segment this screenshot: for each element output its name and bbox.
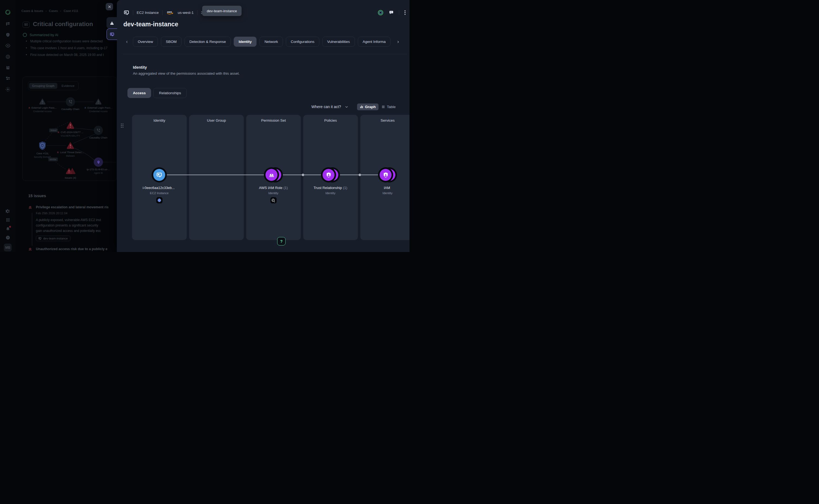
tab-vulnerabilities[interactable]: Vulnerabilities bbox=[322, 37, 355, 47]
tab-overview[interactable]: Overview bbox=[133, 37, 158, 47]
sidebar-item-ai[interactable] bbox=[5, 87, 10, 92]
asset-tag-chip[interactable]: dev-team-instance bbox=[36, 236, 70, 241]
avatar[interactable]: MB bbox=[4, 244, 12, 251]
help-button[interactable]: ? bbox=[277, 237, 285, 245]
issue-item[interactable]: Privilege escalation and lateral movemen… bbox=[28, 205, 118, 241]
sidebar-item-target[interactable] bbox=[5, 54, 10, 59]
svg-text:aws: aws bbox=[167, 10, 172, 13]
access-graph: Identity User Group Permission Set Polic… bbox=[132, 115, 410, 240]
ai-summary-label: Summarized by AI bbox=[30, 33, 58, 37]
severity-icon bbox=[84, 107, 86, 109]
ai-bullet: Multiple critical configuration issues w… bbox=[30, 40, 103, 43]
temporary-credentials-badge: z bbox=[270, 197, 277, 203]
asset-type-label: EC2 Instance bbox=[137, 11, 159, 15]
tab-detection-response[interactable]: Detection & Response bbox=[184, 37, 231, 47]
kebab-menu-icon[interactable] bbox=[404, 10, 406, 15]
mini-node-issues[interactable]: Issues (4) bbox=[53, 167, 88, 179]
ai-bullet: First issue detected on March 08, 2025 1… bbox=[30, 53, 104, 56]
column-user-group: User Group bbox=[189, 115, 244, 240]
drawer-tab-alert[interactable] bbox=[106, 17, 117, 29]
app-window: ? MB Cases & Issues › Cases › Case #111 … bbox=[0, 0, 410, 252]
internet-exposed-badge bbox=[156, 197, 162, 203]
settings-gear-icon[interactable] bbox=[5, 209, 10, 214]
sidebar-item-dashboard[interactable] bbox=[5, 22, 10, 26]
breadcrumb-case-111[interactable]: Case #111 bbox=[64, 9, 78, 12]
region-label: us-west-1 bbox=[178, 11, 194, 15]
asset-tabs: ‹ Overview SBOM Detection & Response Ide… bbox=[117, 36, 410, 47]
tab-configurations[interactable]: Configurations bbox=[286, 37, 319, 47]
mini-node-alert[interactable]: External Login Pass... Credential Access bbox=[81, 97, 116, 113]
svg-text:z: z bbox=[274, 201, 275, 202]
sidebar-item-visibility[interactable] bbox=[5, 43, 10, 48]
help-circle-icon[interactable]: ? bbox=[5, 235, 10, 240]
breadcrumb-cases[interactable]: Cases bbox=[49, 9, 58, 12]
scan-rings-icon[interactable] bbox=[377, 10, 384, 16]
table-list-icon bbox=[381, 105, 385, 109]
chevron-right-icon: › bbox=[60, 10, 61, 12]
graph-node-trust-relationship[interactable]: Trust Relationship(1) Identity bbox=[302, 167, 359, 195]
tabs-divider bbox=[123, 54, 407, 54]
close-drawer-button[interactable] bbox=[106, 3, 113, 10]
tabs-scroll-right-icon[interactable]: › bbox=[395, 39, 401, 45]
monitor-icon bbox=[124, 10, 129, 15]
toggle-access[interactable]: Access bbox=[127, 88, 151, 98]
critical-severity-icon bbox=[28, 205, 32, 241]
issue-item[interactable]: Unauthorized access risk due to a public… bbox=[28, 247, 118, 252]
graph-node-iam-role[interactable]: AWS IAM Role(1) Identity z bbox=[245, 167, 302, 203]
severity-icon bbox=[57, 151, 59, 153]
tab-evidence[interactable]: Evidence bbox=[58, 83, 77, 89]
issue-timestamp: Feb 25th 2026 20:11:04 bbox=[36, 212, 108, 215]
comment-icon[interactable] bbox=[389, 10, 394, 15]
agent-pin-icon bbox=[94, 157, 103, 167]
tab-sbom[interactable]: SBOM bbox=[161, 37, 181, 47]
case-panel: Cases & Issues › Cases › Case #111 90 Cr… bbox=[15, 0, 117, 252]
sidebar-item-inventory[interactable] bbox=[5, 76, 10, 81]
sidebar-item-risks[interactable] bbox=[5, 33, 10, 37]
apps-grid-icon[interactable] bbox=[6, 218, 10, 222]
view-toggle-graph[interactable]: Graph bbox=[357, 103, 378, 110]
issue-description: A publicly exposed, vulnerable AWS EC2 i… bbox=[36, 217, 108, 234]
severity-icon bbox=[28, 107, 30, 109]
tab-identity[interactable]: Identity bbox=[234, 37, 256, 47]
monitor-icon bbox=[156, 172, 162, 178]
mini-node-threat[interactable]: Local Threat Detec... Malware bbox=[53, 141, 88, 157]
causality-chain-icon bbox=[94, 126, 103, 135]
shield-person-icon bbox=[325, 172, 332, 178]
graph-node-iam[interactable]: IAM Identity bbox=[359, 167, 410, 195]
issue-title[interactable]: Privilege escalation and lateral movemen… bbox=[36, 205, 108, 209]
graph-controls: Where can it act? Graph Table bbox=[311, 103, 395, 111]
tab-network[interactable]: Network bbox=[259, 37, 283, 47]
chevron-down-icon[interactable] bbox=[345, 105, 348, 109]
view-toggle-table[interactable]: Table bbox=[381, 105, 395, 109]
drawer-tab-asset[interactable] bbox=[106, 29, 117, 40]
ai-ring-icon bbox=[23, 33, 27, 37]
graph-card-tabs: Grouping Graph Evidence bbox=[28, 81, 78, 90]
globe-icon bbox=[157, 198, 161, 202]
act-filter-label[interactable]: Where can it act? bbox=[311, 105, 341, 109]
edge-label-linked: linked bbox=[49, 128, 58, 132]
monitor-icon bbox=[110, 32, 114, 37]
risk-score-badge: 90 bbox=[23, 22, 30, 28]
sidebar-item-reports[interactable] bbox=[6, 65, 10, 70]
notifications-bell-icon[interactable] bbox=[5, 227, 10, 231]
shield-person-icon bbox=[382, 172, 389, 178]
access-mode-toggle: Access Relationships bbox=[127, 88, 187, 98]
asset-name-tooltip: dev-team-instance bbox=[202, 6, 241, 16]
toggle-relationships[interactable]: Relationships bbox=[153, 88, 187, 98]
brand-logo-icon[interactable] bbox=[5, 9, 11, 15]
page-title: dev-team-instance bbox=[123, 21, 178, 28]
notification-dot bbox=[9, 226, 11, 228]
edge-label-similar: similar bbox=[48, 157, 58, 161]
drawer-resize-handle[interactable] bbox=[121, 124, 123, 128]
breadcrumb-cases-issues[interactable]: Cases & Issues bbox=[21, 9, 43, 12]
issue-title[interactable]: Unauthorized access risk due to a public… bbox=[36, 247, 107, 252]
mini-node-causality-chain[interactable]: Causality Chain bbox=[81, 126, 116, 139]
section-heading: Identity bbox=[133, 65, 147, 70]
tabs-scroll-left-icon[interactable]: ‹ bbox=[124, 39, 130, 45]
graph-node-ec2-instance[interactable]: i-0eec6aa12c33eb... EC2 Instance bbox=[132, 167, 188, 203]
asset-drawer: EC2 Instance aws us-west-1 343059098 dev… bbox=[117, 0, 410, 252]
section-description: An aggregated view of the permissions as… bbox=[133, 71, 240, 75]
tab-agent-information[interactable]: Agent Informa bbox=[358, 37, 391, 47]
hard-hat-icon bbox=[268, 172, 275, 178]
tab-grouping-graph[interactable]: Grouping Graph bbox=[29, 83, 57, 89]
